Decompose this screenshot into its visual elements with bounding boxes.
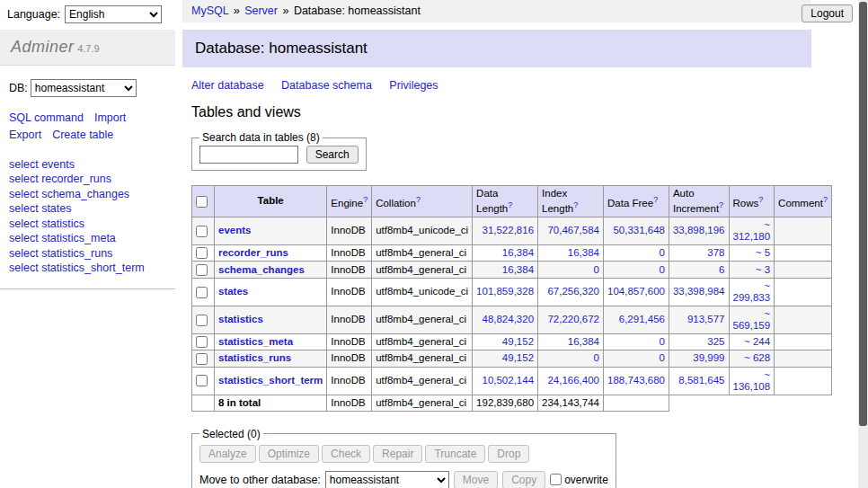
row-select-checkbox[interactable]	[196, 264, 208, 276]
search-button[interactable]: Search	[306, 146, 359, 164]
row-select-checkbox[interactable]	[196, 375, 208, 386]
row-select-checkbox[interactable]	[196, 336, 208, 348]
index-length-link[interactable]: 24,166,400	[547, 375, 599, 386]
index-length-link[interactable]: 0	[594, 352, 599, 363]
truncate-button[interactable]: Truncate	[425, 445, 485, 463]
rows-link[interactable]: ~ 569,159	[733, 308, 771, 331]
breadcrumb-mysql-link[interactable]: MySQL	[191, 4, 228, 17]
language-select[interactable]: English	[65, 5, 162, 23]
column-help-link[interactable]: ?	[758, 195, 763, 204]
select-link[interactable]: select	[9, 158, 39, 171]
select-link[interactable]: select	[9, 202, 39, 215]
rows-link[interactable]: ~ 136,108	[733, 369, 771, 392]
select-all-checkbox[interactable]	[196, 196, 208, 208]
column-help-link[interactable]: ?	[363, 195, 368, 204]
table-name-link[interactable]: statistics_meta	[218, 336, 293, 347]
sql-command-link[interactable]: SQL command	[9, 111, 84, 124]
data-length-link[interactable]: 10,502,144	[482, 375, 534, 386]
data-free-link[interactable]: 6,291,456	[619, 314, 665, 324]
rows-link[interactable]: ~ 299,833	[733, 280, 771, 303]
select-link[interactable]: select	[9, 217, 39, 230]
rows-link[interactable]: ~ 312,180	[733, 219, 771, 242]
auto-increment-link[interactable]: 33,898,196	[673, 225, 725, 235]
table-name-link[interactable]: events	[218, 225, 251, 235]
row-select-checkbox[interactable]	[196, 226, 208, 237]
rows-link[interactable]: ~ 5	[756, 247, 770, 258]
table-link[interactable]: statistics	[41, 217, 84, 230]
index-length-link[interactable]: 16,384	[568, 247, 599, 258]
table-link[interactable]: events	[41, 158, 75, 171]
table-name-link[interactable]: states	[218, 286, 248, 297]
row-select-checkbox[interactable]	[196, 247, 208, 259]
select-link[interactable]: select	[9, 173, 39, 185]
table-link[interactable]: statistics_meta	[41, 232, 116, 244]
auto-increment-link[interactable]: 8,581,645	[678, 375, 724, 386]
overwrite-checkbox[interactable]	[550, 474, 562, 485]
rows-link[interactable]: ~ 3	[756, 264, 770, 275]
auto-increment-link[interactable]: 913,577	[687, 314, 725, 324]
index-length-link[interactable]: 72,220,672	[547, 314, 599, 324]
auto-increment-link[interactable]: 325	[707, 336, 724, 347]
index-length-link[interactable]: 0	[594, 264, 599, 275]
rows-link[interactable]: ~ 244	[744, 336, 770, 347]
row-select-checkbox[interactable]	[196, 315, 208, 326]
data-length-link[interactable]: 49,152	[502, 352, 534, 363]
data-length-link[interactable]: 16,384	[502, 264, 534, 275]
export-link[interactable]: Export	[9, 129, 41, 141]
index-length-link[interactable]: 70,467,584	[547, 225, 599, 235]
breadcrumb-server-link[interactable]: Server	[244, 4, 278, 17]
auto-increment-link[interactable]: 378	[707, 247, 724, 258]
column-help-link[interactable]: ?	[719, 200, 723, 209]
select-link[interactable]: select	[9, 247, 39, 260]
db-select[interactable]: homeassistant	[31, 79, 137, 97]
index-length-link[interactable]: 16,384	[568, 336, 599, 347]
data-length-link[interactable]: 31,522,816	[482, 225, 534, 235]
optimize-button[interactable]: Optimize	[259, 445, 319, 463]
data-length-link[interactable]: 16,384	[502, 247, 534, 258]
auto-increment-link[interactable]: 6	[719, 264, 724, 275]
row-select-checkbox[interactable]	[196, 287, 208, 298]
table-name-link[interactable]: statistics_runs	[218, 352, 291, 363]
import-link[interactable]: Import	[94, 111, 126, 124]
rows-link[interactable]: ~ 628	[744, 352, 770, 363]
data-length-link[interactable]: 48,824,320	[482, 314, 534, 324]
index-length-link[interactable]: 67,256,320	[547, 286, 599, 297]
table-link[interactable]: schema_changes	[41, 188, 129, 200]
create-table-link[interactable]: Create table	[52, 129, 113, 141]
scrollbar[interactable]	[858, 0, 868, 488]
data-free-link[interactable]: 0	[660, 247, 665, 258]
row-select-checkbox[interactable]	[196, 353, 208, 365]
select-link[interactable]: select	[9, 262, 39, 274]
column-help-link[interactable]: ?	[823, 195, 828, 204]
privileges-link[interactable]: Privileges	[389, 79, 438, 92]
data-length-link[interactable]: 101,859,328	[476, 286, 534, 297]
drop-button[interactable]: Drop	[488, 445, 529, 463]
move-button[interactable]: Move	[454, 471, 498, 488]
column-help-link[interactable]: ?	[573, 200, 578, 209]
table-link[interactable]: statistics_runs	[41, 247, 112, 260]
data-free-link[interactable]: 188,743,680	[607, 375, 665, 386]
data-length-link[interactable]: 49,152	[502, 336, 534, 347]
analyze-button[interactable]: Analyze	[199, 445, 256, 463]
data-free-link[interactable]: 104,857,600	[607, 286, 665, 297]
table-link[interactable]: statistics_short_term	[41, 262, 145, 274]
table-link[interactable]: states	[41, 202, 71, 215]
copy-button[interactable]: Copy	[502, 471, 545, 488]
move-db-select[interactable]: homeassistant	[325, 471, 449, 488]
logout-button[interactable]: Logout	[802, 4, 853, 22]
check-button[interactable]: Check	[322, 445, 370, 463]
column-help-link[interactable]: ?	[508, 200, 512, 209]
scrollbar-thumb[interactable]	[859, 2, 867, 426]
table-link[interactable]: recorder_runs	[41, 173, 111, 185]
select-link[interactable]: select	[9, 188, 39, 200]
table-name-link[interactable]: schema_changes	[218, 264, 305, 275]
repair-button[interactable]: Repair	[373, 445, 422, 463]
data-free-link[interactable]: 50,331,648	[613, 225, 665, 235]
table-name-link[interactable]: statistics	[218, 314, 263, 324]
alter-database-link[interactable]: Alter database	[191, 79, 264, 92]
column-help-link[interactable]: ?	[416, 195, 421, 204]
table-name-link[interactable]: statistics_short_term	[218, 375, 323, 386]
database-schema-link[interactable]: Database schema	[281, 79, 372, 92]
table-name-link[interactable]: recorder_runs	[218, 247, 288, 258]
auto-increment-link[interactable]: 39,999	[693, 352, 724, 363]
